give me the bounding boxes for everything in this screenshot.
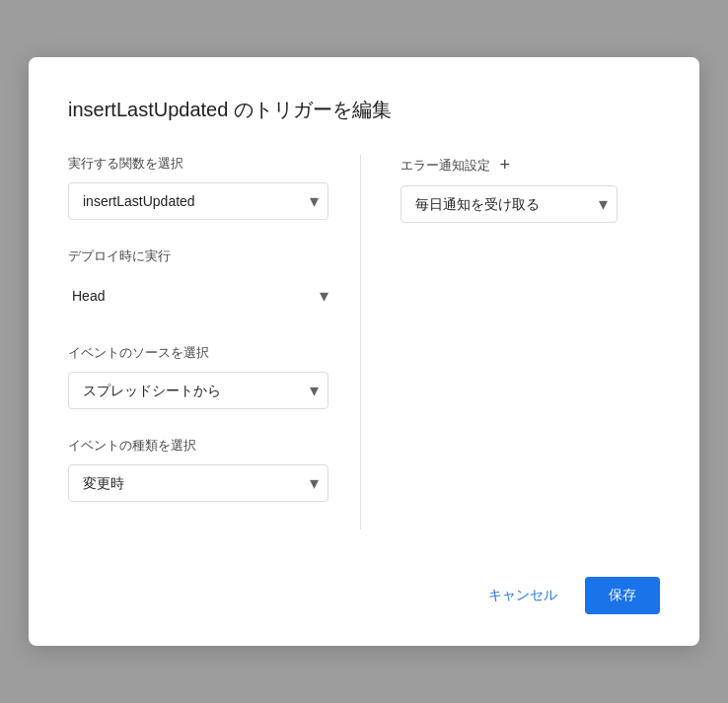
- event-type-select[interactable]: 変更時: [68, 464, 328, 502]
- event-source-field-group: イベントのソースを選択 スプレッドシートから ▾: [68, 344, 328, 409]
- function-select-wrapper: insertLastUpdated ▾: [68, 182, 328, 220]
- deploy-value: Head: [72, 288, 312, 304]
- event-type-label: イベントの種類を選択: [68, 437, 328, 455]
- deploy-field: Head ▾: [68, 275, 328, 316]
- error-header: エラー通知設定 +: [400, 155, 661, 176]
- dialog-overlay: insertLastUpdated のトリガーを編集 実行する関数を選択 ins…: [0, 0, 728, 703]
- add-icon[interactable]: +: [500, 155, 511, 176]
- error-label: エラー通知設定: [400, 157, 490, 175]
- event-type-select-wrapper: 変更時 ▾: [68, 464, 328, 502]
- dialog: insertLastUpdated のトリガーを編集 実行する関数を選択 ins…: [29, 57, 699, 646]
- function-label: 実行する関数を選択: [68, 155, 328, 173]
- cancel-button[interactable]: キャンセル: [473, 577, 573, 614]
- function-field-group: 実行する関数を選択 insertLastUpdated ▾: [68, 155, 328, 220]
- event-source-label: イベントのソースを選択: [68, 344, 328, 362]
- dialog-title: insertLastUpdated のトリガーを編集: [68, 97, 660, 123]
- dialog-body: 実行する関数を選択 insertLastUpdated ▾ デプロイ時に実行 H…: [68, 155, 660, 529]
- dialog-footer: キャンセル 保存: [68, 561, 660, 614]
- notification-select-wrapper: 毎日通知を受け取る ▾: [400, 185, 618, 223]
- error-notification-group: エラー通知設定 + 毎日通知を受け取る ▾: [400, 155, 661, 223]
- event-source-select[interactable]: スプレッドシートから: [68, 372, 328, 409]
- save-button[interactable]: 保存: [585, 577, 660, 614]
- deploy-field-group: デプロイ時に実行 Head ▾: [68, 247, 328, 316]
- function-select[interactable]: insertLastUpdated: [68, 182, 328, 220]
- right-panel: エラー通知設定 + 毎日通知を受け取る ▾: [361, 155, 661, 529]
- event-source-select-wrapper: スプレッドシートから ▾: [68, 372, 328, 409]
- deploy-chevron-icon[interactable]: ▾: [320, 285, 328, 307]
- event-type-field-group: イベントの種類を選択 変更時 ▾: [68, 437, 328, 502]
- deploy-label: デプロイ時に実行: [68, 247, 328, 265]
- left-panel: 実行する関数を選択 insertLastUpdated ▾ デプロイ時に実行 H…: [68, 155, 361, 529]
- notification-select[interactable]: 毎日通知を受け取る: [400, 185, 618, 223]
